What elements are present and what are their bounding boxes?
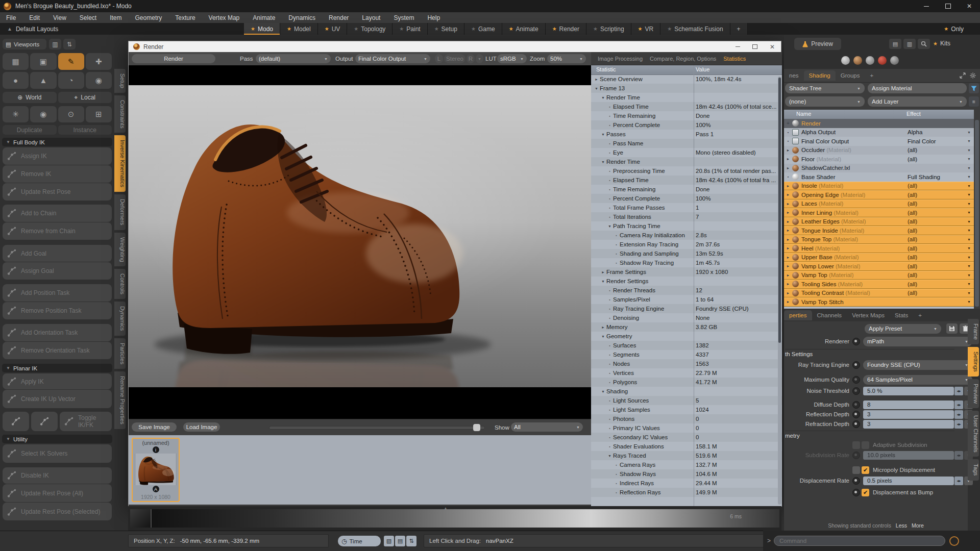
shader-item-opening-edge[interactable]: ►Opening Edge (Material)(all)▼ (784, 190, 974, 199)
stepper-icon[interactable]: ◂▸ (954, 387, 963, 395)
refraction-depth-field[interactable]: 3 (863, 420, 954, 429)
shader-item-alpha-output[interactable]: ▪Alpha OutputAlpha▼ (784, 128, 974, 137)
stat-row[interactable]: ▪Polygons41.72 M (591, 378, 782, 387)
tab-image-processing[interactable]: Image Processing (595, 55, 645, 63)
layout-tab-render[interactable]: ★Render (546, 23, 586, 35)
stepper-icon[interactable]: ◂▸ (954, 451, 963, 460)
expand-arrow-icon[interactable]: ► (784, 273, 792, 277)
dropdown-arrow-icon[interactable]: ▼ (967, 175, 971, 179)
sliders-icon[interactable]: ⇅ (406, 536, 416, 546)
shader-item-floor[interactable]: ►Floor (Material)(all)▼ (784, 155, 974, 164)
tree-arrow-icon[interactable]: ► (593, 78, 600, 81)
stereo-dropdown[interactable]: ▼ (476, 54, 483, 63)
filter-button[interactable] (969, 83, 979, 93)
disp-bump-checkbox[interactable]: ✔ (862, 489, 869, 496)
tool-assign-goal[interactable]: Assign Goal (3, 262, 112, 280)
expand-arrow-icon[interactable]: ► (784, 256, 792, 259)
strip-handle-icon[interactable]: ▲ (444, 506, 448, 511)
layout-tab-uv[interactable]: ★UV (318, 23, 348, 35)
stat-row[interactable]: ▼Frame 13 (591, 84, 782, 93)
close-button[interactable]: ✕ (959, 0, 980, 12)
stat-row[interactable]: ►Memory3.82 GB (591, 322, 782, 332)
grid-view-icon[interactable]: ▤ (889, 39, 901, 49)
noise-threshold-field[interactable]: 5.0 % (863, 387, 954, 395)
stepper-icon[interactable]: ◂▸ (954, 477, 963, 485)
stat-row[interactable]: ▪Percent Complete100% (591, 120, 782, 130)
layout-tab-game[interactable]: ★Game (464, 23, 502, 35)
layout-tab-vr[interactable]: ★VR (631, 23, 661, 35)
stat-row[interactable]: ▪Segments4337 (591, 350, 782, 359)
stat-row[interactable]: ▪Light Samples1024 (591, 405, 782, 414)
dropdown-arrow-icon[interactable]: ▼ (967, 202, 971, 206)
list-view-icon[interactable]: ▥ (903, 39, 916, 49)
subdivision-rate-field[interactable]: 10.0 pixels (863, 451, 954, 460)
shader-item-tongue-top[interactable]: ►Tongue Top (Material)(all)▼ (784, 235, 974, 244)
kits-button[interactable]: ★ Kits (933, 40, 950, 47)
shader-item-vamp-lower[interactable]: ►Vamp Lower (Material)(all)▼ (784, 262, 974, 271)
tool-toggle-ik-fk[interactable]: Toggle IK/FK (60, 412, 112, 431)
env-sphere-icon[interactable] (866, 56, 874, 65)
rte-channel-radio[interactable] (852, 361, 860, 369)
dropdown-arrow-icon[interactable]: ▼ (967, 229, 971, 232)
shader-item-render[interactable]: +Render (784, 119, 974, 128)
expand-arrow-icon[interactable]: ► (784, 157, 792, 161)
shader-item-inner-lining[interactable]: ►Inner Lining (Material)(all)▼ (784, 208, 974, 217)
tab-shading[interactable]: Shading (804, 70, 836, 81)
diffuse-depth-field[interactable]: 8 (863, 400, 954, 409)
stat-row[interactable]: ▼Render Time (591, 157, 782, 166)
camera-icon[interactable] (890, 56, 899, 65)
shader-scrollbar[interactable] (975, 120, 979, 307)
shader-item-leather-edges[interactable]: ►Leather Edges (Material)(all)▼ (784, 217, 974, 227)
stat-row[interactable]: ▪Shadow Rays104.6 M (591, 469, 782, 479)
preview-button[interactable]: Preview (794, 38, 841, 50)
red-sphere-icon[interactable] (878, 56, 887, 65)
maximize-button[interactable] (937, 0, 959, 12)
tab-statistics[interactable]: Statistics (721, 55, 748, 63)
stat-row[interactable]: ▼Rays Traced519.6 M (591, 451, 782, 460)
tool-remove-position-task[interactable]: Remove Position Task (3, 302, 112, 319)
stat-row[interactable]: ▪Shading and Sampling13m 52.9s (591, 249, 782, 258)
vtab-preview[interactable]: Preview (968, 379, 979, 408)
tab-channels[interactable]: Channels (812, 310, 847, 320)
tab-vertex-maps[interactable]: Vertex Maps (847, 310, 890, 320)
shader-item-base-shader[interactable]: ▪Base ShaderFull Shading▼ (784, 172, 974, 182)
dropdown-arrow-icon[interactable]: ▼ (967, 166, 971, 170)
shader-item-laces[interactable]: ►Laces (Material)(all)▼ (784, 199, 974, 209)
dropdown-arrow-icon[interactable]: ▼ (967, 211, 971, 214)
stat-row[interactable]: ▪Percent Complete100% (591, 194, 782, 203)
menu-dynamics[interactable]: Dynamics (288, 14, 315, 21)
expand-arrow-icon[interactable]: ► (784, 148, 792, 152)
tool-remove-from-chain[interactable]: Remove from Chain (3, 222, 112, 240)
stat-row[interactable]: ▪Render Threads12 (591, 286, 782, 295)
stepper-icon[interactable]: ◂▸ (954, 400, 963, 409)
keyframe-icon[interactable]: ▧ (384, 536, 394, 546)
zoom-dropdown[interactable]: 50%▼ (547, 54, 586, 63)
lut-dropdown[interactable]: sRGB▼ (497, 54, 527, 63)
tab-add[interactable]: + (913, 310, 927, 320)
adaptive-radio-box[interactable] (852, 441, 860, 449)
stats-scrollbar[interactable] (778, 77, 781, 505)
tool-assign-ik[interactable]: Assign IK (3, 147, 112, 165)
tool-remove-orientation-task[interactable]: Remove Orientation Task (3, 342, 112, 359)
stat-row[interactable]: ▪Extension Ray Tracing2m 37.6s (591, 240, 782, 249)
stat-row[interactable]: ►Frame Settings1920 x 1080 (591, 267, 782, 277)
render-minimize-button[interactable] (729, 41, 746, 52)
shader-item-shadowcatcher-lxl[interactable]: ►ShadowCatcher.lxl▼ (784, 164, 974, 173)
dropdown-arrow-icon[interactable]: ▼ (967, 256, 971, 259)
sphere-icon[interactable] (841, 56, 850, 65)
fk-mode-button[interactable] (31, 412, 58, 431)
material-sphere-icon[interactable] (853, 56, 862, 65)
expand-icon[interactable] (960, 72, 966, 79)
stat-row[interactable]: ▪Ray Tracing EngineFoundry SSE (CPU) (591, 304, 782, 313)
stat-row[interactable]: ▪Secondary IC Values0 (591, 433, 782, 442)
menu-layout[interactable]: Layout (362, 14, 380, 21)
minimize-button[interactable] (916, 0, 937, 12)
tree-arrow-icon[interactable]: ▼ (593, 87, 600, 90)
render-viewport[interactable] (129, 65, 591, 419)
stat-row[interactable]: ▪Indirect Rays29.44 M (591, 479, 782, 488)
tool-add-goal[interactable]: Add Goal (3, 245, 112, 262)
stat-row[interactable]: ▪Light Sources5 (591, 396, 782, 405)
shader-item-upper-base[interactable]: ►Upper Base (Material)(all)▼ (784, 253, 974, 262)
dropdown-arrow-icon[interactable]: ▼ (967, 238, 971, 241)
stat-row[interactable]: ▼Render Time (591, 93, 782, 102)
